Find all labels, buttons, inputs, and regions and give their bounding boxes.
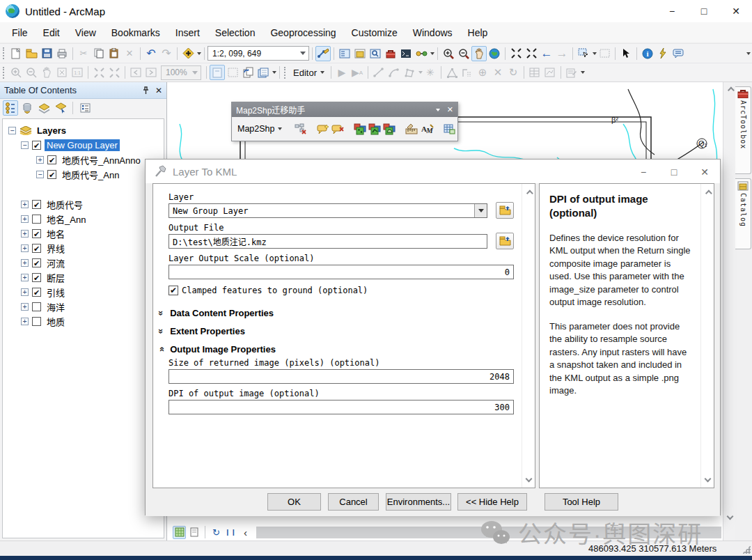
expand-icon[interactable]: +: [36, 156, 44, 164]
list-by-source-button[interactable]: [19, 100, 35, 116]
toc-item-heliu[interactable]: + ✔ 河流: [3, 256, 164, 270]
layer-checkbox-checked[interactable]: ✔: [47, 155, 56, 164]
expand-icon[interactable]: +: [21, 244, 29, 252]
expand-icon[interactable]: +: [21, 274, 29, 281]
catalog-window-button[interactable]: [352, 46, 368, 61]
zoom-out-page-button[interactable]: [24, 65, 39, 80]
remove-node-button[interactable]: [295, 122, 307, 136]
open-button[interactable]: [24, 46, 39, 61]
extent-properties-section[interactable]: » Extent Properties: [159, 326, 245, 336]
list-by-drawing-order-button[interactable]: [3, 100, 18, 116]
paste-button[interactable]: [107, 46, 122, 61]
toggle-draft-mode-button[interactable]: [210, 65, 225, 80]
data-content-properties-section[interactable]: » Data Content Properties: [159, 308, 274, 318]
go-back-extent-button[interactable]: ←: [539, 46, 554, 61]
size-of-returned-image-input[interactable]: 2048: [169, 369, 514, 384]
zoom-whole-page-button[interactable]: [54, 65, 70, 80]
map-horizontal-scrollbar[interactable]: [256, 527, 721, 538]
editor-toolbar-grip[interactable]: [284, 67, 287, 79]
menu-customize[interactable]: Customize: [344, 22, 405, 43]
toc-item-yinxian[interactable]: + ✔ 引线: [3, 285, 164, 300]
map2shp-titlebar[interactable]: Map2Shp迁移助手 ✕: [232, 102, 457, 117]
arctoolbox-button[interactable]: [383, 46, 398, 61]
layer-combo[interactable]: New Group Layer: [169, 203, 487, 218]
layer-checkbox-checked[interactable]: ✔: [32, 273, 41, 282]
menu-selection[interactable]: Selection: [207, 22, 263, 43]
layer-checkbox-checked[interactable]: ✔: [32, 141, 41, 150]
redo-button[interactable]: ↷: [159, 46, 174, 61]
layout-zoom-combo[interactable]: 100%: [161, 65, 201, 80]
add-data-dropdown-icon[interactable]: [197, 52, 201, 55]
clamped-features-row[interactable]: ✔ Clamped features to ground (optional): [169, 286, 368, 295]
python-window-button[interactable]: [398, 46, 414, 61]
menu-insert[interactable]: Insert: [168, 22, 207, 43]
hyperlink-tool[interactable]: [655, 46, 671, 61]
go-forward-extent-button[interactable]: →: [554, 46, 570, 61]
next-extent-page-button[interactable]: [143, 65, 159, 80]
toc-item-jiexian[interactable]: + ✔ 界线: [3, 241, 164, 256]
layer-checkbox-unchecked[interactable]: [32, 317, 41, 326]
zoom-in-page-button[interactable]: [8, 65, 24, 80]
tool-help-button[interactable]: Tool Help: [545, 493, 618, 511]
arctoolbox-tab[interactable]: ArcToolbox: [735, 86, 751, 174]
scroll-left-icon[interactable]: ‹: [239, 526, 252, 539]
collapse-icon[interactable]: −: [8, 127, 16, 134]
identify-tool[interactable]: i: [640, 46, 655, 61]
refresh-view-button[interactable]: ↻: [210, 526, 223, 539]
zoom-in-tool[interactable]: [441, 46, 456, 61]
layer-checkbox-checked[interactable]: ✔: [32, 258, 41, 267]
toolbar1-overflow-icon[interactable]: [746, 52, 751, 55]
standard-overflow-icon[interactable]: [430, 52, 434, 55]
select-features-tool[interactable]: [576, 46, 591, 61]
undo-button[interactable]: ↶: [143, 46, 159, 61]
dialog-minimize-button[interactable]: −: [628, 160, 659, 184]
layer-checkbox-unchecked[interactable]: [32, 215, 41, 224]
collapse-icon[interactable]: −: [21, 141, 29, 149]
print-button[interactable]: [54, 46, 70, 61]
menu-file[interactable]: File: [4, 22, 36, 43]
menu-geoprocessing[interactable]: Geoprocessing: [263, 22, 343, 43]
layer-checkbox-checked[interactable]: ✔: [32, 200, 41, 209]
toc-item-dizhidaihao-annanno[interactable]: + ✔ 地质代号_AnnAnno: [3, 153, 164, 167]
expand-icon[interactable]: +: [21, 259, 29, 267]
map-vertical-scrollbar[interactable]: [723, 82, 735, 540]
editor-menu-button[interactable]: Editor: [290, 68, 328, 78]
layout-zoom-dropdown-icon[interactable]: [189, 66, 201, 79]
expand-icon[interactable]: +: [21, 288, 29, 296]
map2shp-close-icon[interactable]: ✕: [447, 105, 453, 114]
menu-help[interactable]: Help: [460, 22, 496, 43]
scale-dropdown-icon[interactable]: [297, 47, 308, 60]
font-convert-button[interactable]: AM: [421, 122, 434, 136]
toc-item-new-group-layer[interactable]: − ✔ New Group Layer: [3, 138, 164, 153]
form-scroll-up-icon[interactable]: [522, 187, 535, 199]
form-scrollbar[interactable]: [522, 184, 535, 488]
ok-button[interactable]: OK: [267, 493, 321, 511]
toc-item-layers[interactable]: − Layers: [3, 123, 164, 138]
menu-view[interactable]: View: [68, 22, 104, 43]
layout-view-button[interactable]: [187, 526, 201, 539]
fixed-zoom-in-page-button[interactable]: [91, 65, 107, 80]
layer-checkbox-checked[interactable]: ✔: [32, 244, 41, 253]
help-scroll-up-icon[interactable]: [701, 187, 714, 199]
close-button[interactable]: ✕: [720, 0, 752, 22]
toc-item-diming-ann[interactable]: + 地名_Ann: [3, 212, 164, 226]
convert-line-layer-button[interactable]: [368, 122, 381, 136]
help-scrollbar[interactable]: [700, 184, 714, 488]
environments-button[interactable]: Environments...: [386, 493, 451, 511]
select-elements-tool[interactable]: [618, 46, 634, 61]
convert-point-layer-button[interactable]: [354, 122, 366, 136]
new-document-button[interactable]: [8, 46, 24, 61]
delete-icon[interactable]: ✕: [122, 46, 137, 61]
list-by-selection-button[interactable]: [53, 100, 68, 116]
toc-item-dizhidaihao-ann[interactable]: − ✔ 地质代号_Ann: [3, 167, 164, 182]
delete-annotation-button[interactable]: [331, 122, 344, 136]
edit-sketch-tool[interactable]: [315, 46, 331, 61]
collapse-icon[interactable]: −: [36, 171, 44, 178]
layer-checkbox-unchecked[interactable]: [32, 302, 41, 311]
model-builder-button[interactable]: [414, 46, 429, 61]
catalog-tab[interactable]: Catalog: [735, 178, 751, 249]
cut-icon[interactable]: ✂: [76, 46, 91, 61]
menu-edit[interactable]: Edit: [36, 22, 68, 43]
full-extent-button[interactable]: [487, 46, 502, 61]
toc-close-icon[interactable]: ✕: [155, 86, 162, 95]
